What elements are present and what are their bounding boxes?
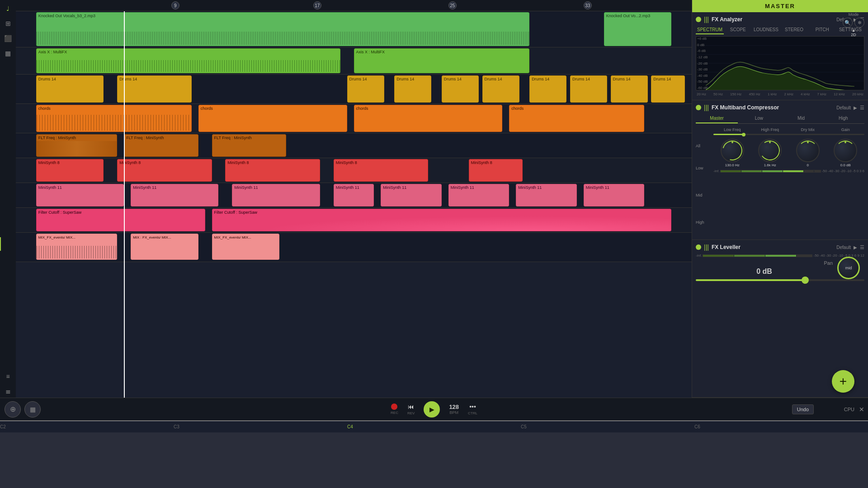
undo-button[interactable]: Undo [792, 404, 814, 414]
clip-flt-2[interactable]: FLT Freq : MiniSynth [124, 134, 198, 157]
play-button[interactable]: ▶ [424, 401, 440, 418]
ruler-mark-33: 33 [584, 1, 592, 9]
fx-multiband-arrow[interactable]: ▶ [854, 105, 857, 110]
clip-filter-2[interactable]: Filter Cutoff : SuperSaw [212, 209, 672, 231]
track-vocals: Knocked Out Vocals_b3_2.mp3 Knocked Out … [16, 11, 692, 47]
piano-label-c6: C6 [694, 424, 700, 429]
clip-drums-2[interactable]: Drums 14 [117, 75, 191, 103]
clip-ms8-3[interactable]: MiniSynth 8 [225, 159, 320, 182]
knob-high-freq[interactable]: 1.6k Hz [758, 139, 782, 167]
sidebar-icon-app[interactable]: ♩ [2, 2, 14, 15]
clip-ms8-5[interactable]: MiniSynth 8 [469, 159, 523, 182]
tab-scope[interactable]: SCOPE [724, 26, 752, 34]
track-filter-cutoff: Filter Cutoff : SuperSaw Filter Cutoff :… [16, 208, 692, 233]
mb-band-high: High [696, 209, 712, 236]
clip-vocals-1[interactable]: Knocked Out Vocals_b3_2.mp3 [36, 12, 529, 46]
ruler-mark-17: 17 [313, 1, 321, 9]
clip-ms8-1[interactable]: MiniSynth 8 [36, 159, 104, 182]
leveller-slider-thumb[interactable] [802, 277, 809, 284]
clip-drums-4[interactable]: Drums 14 [394, 75, 431, 103]
clip-chords-3[interactable]: chords [354, 105, 503, 132]
sidebar-icon-bottom2[interactable]: ≣ [2, 385, 14, 398]
track-chords: chords chords chords chords [16, 104, 692, 133]
sidebar-icon-mixer[interactable]: ⊞ [2, 17, 14, 30]
clip-chords-1[interactable]: chords [36, 105, 192, 132]
clip-mix-3[interactable]: MIX_FX_events/ MIX... [212, 234, 280, 260]
tab-spectrum[interactable]: SPECTRUM [696, 26, 724, 34]
fx-multiband-power[interactable] [696, 105, 701, 110]
fx-leveller-section: ||| FX Leveller Default ▶ ☰ -inf. [692, 240, 868, 398]
clip-ms8-4[interactable]: MiniSynth 8 [334, 159, 428, 182]
clip-drums-6[interactable]: Drums 14 [482, 75, 519, 103]
clip-drums-9[interactable]: Drums 14 [611, 75, 648, 103]
mb-tab-mid[interactable]: Mid [780, 114, 822, 123]
pan-knob[interactable]: mid [837, 257, 860, 279]
clip-mix-1[interactable]: MIX_FX_events/ MIX... [36, 234, 117, 260]
spectrum-display: +6 dB 0 dB -6 dB -12 dB -20 dB -30 dB -4… [696, 36, 864, 90]
clip-drums-7[interactable]: Drums 14 [529, 75, 566, 103]
clip-vocals-2[interactable]: Knocked Out Vo...2.mp3 [604, 12, 672, 46]
clip-multifx-1[interactable]: Axis X : MultiFX [36, 48, 340, 73]
fx-leveller-arrow[interactable]: ▶ [854, 245, 857, 250]
clip-drums-8[interactable]: Drums 14 [570, 75, 607, 103]
clip-ms8-2[interactable]: MiniSynth 8 [117, 159, 212, 182]
sidebar-icon-pattern[interactable]: ⬛ [2, 32, 14, 45]
fx-multiband-menu[interactable]: ☰ [860, 105, 864, 111]
clip-flt-1[interactable]: FLT Freq : MiniSynth [36, 134, 117, 157]
mode-up[interactable]: ▲ [852, 28, 855, 33]
add-fx-button[interactable]: + [832, 370, 854, 393]
rev-button[interactable]: ⏮ [408, 403, 414, 410]
ctrl-label: CTRL [468, 411, 477, 415]
clip-drums-10[interactable]: Drums 14 [651, 75, 685, 103]
pattern-icon-btn[interactable]: ▦ [24, 401, 41, 418]
knob-dry-mix-value: 0 [807, 163, 809, 167]
clip-ms11-5[interactable]: MiniSynth 11 [381, 184, 442, 206]
fx-analyzer-power[interactable] [696, 17, 701, 22]
knob-low-freq[interactable]: 130.0 Hz [721, 139, 744, 167]
sidebar-icon-bottom1[interactable]: ≡ [2, 370, 14, 383]
clip-ms11-1[interactable]: MiniSynth 11 [36, 184, 124, 206]
clip-chords-2[interactable]: chords [198, 105, 347, 132]
ctrl-button[interactable]: ••• [469, 403, 476, 410]
mb-tab-master[interactable]: Master [696, 114, 738, 123]
fx-leveller-power[interactable] [696, 244, 701, 250]
spectrum-x-labels: 20 Hz50 Hz150 Hz450 Hz1 kHz2 kHz4 kHz7 k… [696, 92, 864, 96]
clip-ms11-4[interactable]: MiniSynth 11 [334, 184, 374, 206]
analyzer-search-btn[interactable]: 🔍 [843, 18, 853, 28]
clip-ms11-6[interactable]: MiniSynth 11 [448, 184, 509, 206]
tab-stereo[interactable]: STEREO [780, 26, 808, 34]
ruler-mark-25: 25 [448, 1, 457, 9]
clip-ms11-7[interactable]: MiniSynth 11 [516, 184, 577, 206]
fx-multiband-default[interactable]: Default [836, 105, 851, 110]
clip-drums-3[interactable]: Drums 14 [347, 75, 384, 103]
analyzer-snowflake-btn[interactable]: ❄ [854, 18, 864, 28]
knob-gain[interactable]: 0.0 dB [834, 139, 857, 167]
clip-ms11-3[interactable]: MiniSynth 11 [232, 184, 320, 206]
col-header-dry-mix: Dry Mix [794, 127, 821, 132]
mb-tab-high[interactable]: High [822, 114, 864, 123]
panel-collapse-arrow[interactable]: ▶ [0, 237, 1, 251]
close-button[interactable]: ✕ [859, 406, 864, 413]
clip-ms11-2[interactable]: MiniSynth 11 [131, 184, 218, 206]
clip-mix-2[interactable]: MIX : FX_events/ MIX... [131, 234, 198, 260]
clip-drums-1[interactable]: Drums 14 [36, 75, 104, 103]
all-slider-thumb[interactable] [742, 133, 745, 136]
clip-filter-1[interactable]: Filter Cutoff : SuperSaw [36, 209, 205, 231]
clip-ms11-8[interactable]: MiniSynth 11 [584, 184, 645, 206]
tab-pitch[interactable]: PITCH [808, 26, 836, 34]
mb-tab-low[interactable]: Low [738, 114, 780, 123]
spectrum-y-labels: +6 dB 0 dB -6 dB -12 dB -20 dB -30 dB -4… [697, 37, 708, 90]
mixer-icon-btn[interactable]: ⊕ [5, 401, 21, 418]
sidebar-icon-playlist[interactable]: ▦ [2, 47, 14, 60]
rec-button[interactable] [391, 404, 397, 410]
clip-drums-5[interactable]: Drums 14 [442, 75, 479, 103]
clip-flt-3[interactable]: FLT Freq : MiniSynth [212, 134, 286, 157]
knob-dry-mix[interactable]: 0 [796, 139, 820, 167]
tab-loudness[interactable]: LOUDNESS [752, 26, 780, 34]
clip-multifx-2[interactable]: Axis X : MultiFX [354, 48, 530, 73]
fx-leveller-menu[interactable]: ☰ [860, 244, 864, 250]
clip-chords-4[interactable]: chords [509, 105, 644, 132]
fx-leveller-default[interactable]: Default [836, 245, 851, 250]
bottom-bar: ⊕ ▦ REC ⏮ REV ▶ 128 BPM ••• [0, 398, 868, 420]
piano-label-c3: C3 [174, 424, 179, 429]
